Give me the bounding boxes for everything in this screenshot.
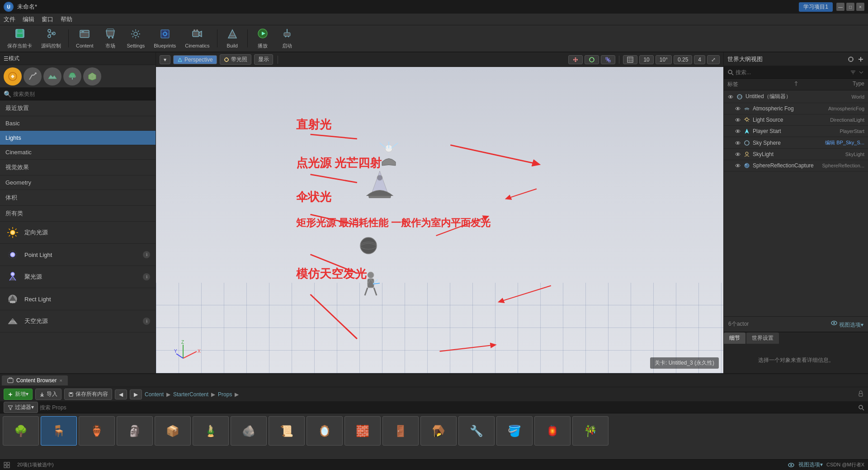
visibility-eye-icon-fog[interactable]	[735, 105, 741, 112]
visibility-eye-icon-sky[interactable]	[735, 140, 741, 146]
play-button[interactable]: 播放	[251, 26, 274, 51]
asset-thumb-5[interactable]: 🎍	[193, 416, 229, 446]
maximize-viewport-btn[interactable]: ⤢	[707, 55, 720, 64]
cat-recent[interactable]: 最近放置	[0, 100, 156, 116]
outliner-item-player-start[interactable]: Player Start PlayerStart	[724, 126, 868, 137]
world-settings-tab[interactable]: 世界设置	[746, 332, 779, 344]
asset-thumb-0[interactable]: 🌳	[3, 416, 39, 446]
outliner-expand-icon[interactable]	[858, 69, 864, 76]
content-browser-close-icon[interactable]: ×	[59, 378, 62, 383]
angle-input[interactable]: 10°	[656, 55, 672, 64]
grid-size-input[interactable]: 10	[639, 55, 653, 64]
visibility-eye-icon[interactable]	[727, 94, 734, 100]
visibility-eye-icon-skylight[interactable]	[735, 151, 741, 157]
lighting-btn[interactable]: 带光照	[220, 54, 251, 65]
scale-btn[interactable]	[601, 55, 615, 64]
cb-path-props[interactable]: Props	[218, 391, 232, 398]
show-btn[interactable]: 显示	[254, 54, 273, 65]
menu-file[interactable]: 文件	[4, 15, 15, 24]
source-control-button[interactable]: 源码控制	[38, 26, 65, 51]
details-tab[interactable]: 细节	[724, 332, 745, 344]
cat-cinematic[interactable]: Cinematic	[0, 145, 156, 160]
maximize-btn[interactable]: □	[846, 3, 854, 11]
outliner-type-sky-sphere[interactable]: 编辑 BP_Sky_S...	[825, 139, 864, 146]
content-button[interactable]: Content	[72, 27, 97, 50]
outliner-add-icon[interactable]	[857, 56, 864, 63]
asset-thumb-6[interactable]: 🪨	[231, 416, 267, 446]
viewport[interactable]: 直射光 点光源 光芒四射 伞状光 矩形光源 最消耗性能 一般作为室内平面发光 模…	[156, 67, 723, 373]
asset-thumb-4[interactable]: 📦	[155, 416, 191, 446]
icon-paint[interactable]	[24, 67, 42, 85]
outliner-search-input[interactable]	[736, 69, 848, 76]
content-browser-tab[interactable]: Content Browser ×	[2, 375, 68, 385]
scale-input[interactable]: 0.25	[674, 55, 692, 64]
view-options-status-label[interactable]: 视图选项▾	[798, 461, 823, 469]
cb-search-input[interactable]	[40, 404, 856, 411]
light-item-directional[interactable]: 定向光源	[0, 222, 156, 244]
new-asset-button[interactable]: 新增▾	[4, 389, 33, 400]
rotate-btn[interactable]	[585, 55, 599, 64]
cat-visual[interactable]: 视觉效果	[0, 160, 156, 176]
cat-lights[interactable]: Lights	[0, 131, 156, 145]
outliner-item-sky-light[interactable]: SkyLight SkyLight	[724, 149, 868, 160]
cb-lock-icon[interactable]	[857, 390, 864, 399]
save-button[interactable]: 保存当前卡	[4, 26, 36, 51]
cinematics-button[interactable]: Cinematics	[181, 27, 213, 50]
asset-thumb-10[interactable]: 🚪	[382, 416, 419, 446]
cb-path-starter[interactable]: StarterContent	[173, 391, 208, 398]
light-item-sky[interactable]: 天空光源 ℹ	[0, 310, 156, 332]
outliner-sort-icon[interactable]	[850, 69, 856, 76]
outliner-item-sky-sphere[interactable]: Sky Sphere 编辑 BP_Sky_S...	[724, 137, 868, 149]
launch-button[interactable]: 启动	[276, 26, 298, 51]
import-button[interactable]: 导入	[35, 389, 61, 400]
asset-thumb-13[interactable]: 🪣	[496, 416, 533, 446]
translate-btn[interactable]	[568, 55, 583, 64]
asset-thumb-3[interactable]: 🗿	[117, 416, 153, 446]
visibility-eye-icon-ps[interactable]	[735, 128, 741, 134]
outliner-item-sphere-reflect[interactable]: SphereReflectionCapture SphereReflection…	[724, 160, 868, 171]
cat-geometry[interactable]: Geometry	[0, 176, 156, 190]
study-btn[interactable]: 学习项目1	[799, 2, 833, 12]
cat-basic[interactable]: Basic	[0, 116, 156, 131]
view-options-btn[interactable]: 视图选项▾	[830, 319, 863, 329]
build-button[interactable]: Build	[221, 27, 244, 50]
asset-thumb-15[interactable]: 🎋	[572, 416, 609, 446]
view-options-status-icon[interactable]	[788, 461, 795, 469]
cat-volume[interactable]: 体积	[0, 190, 156, 206]
icon-place[interactable]	[4, 67, 22, 85]
search-input[interactable]	[13, 91, 152, 97]
asset-thumb-8[interactable]: 🪞	[307, 416, 343, 446]
minimize-btn[interactable]: —	[836, 3, 844, 11]
save-all-button[interactable]: 保存所有内容	[64, 389, 112, 400]
outliner-settings-icon[interactable]	[847, 56, 854, 63]
outliner-item-light-source[interactable]: Light Source DirectionalLight	[724, 114, 868, 126]
visibility-eye-icon-sr[interactable]	[735, 162, 741, 169]
view-num-btn[interactable]: 4	[694, 55, 705, 64]
outliner-item-untitled[interactable]: Untitled（编辑器） World	[724, 90, 868, 103]
asset-thumb-7[interactable]: 📜	[269, 416, 305, 446]
light-item-point[interactable]: Point Light ℹ	[0, 244, 156, 266]
perspective-btn[interactable]: Perspective	[173, 55, 217, 64]
close-btn[interactable]: ×	[856, 3, 864, 11]
nav-fwd-button[interactable]: ▶	[130, 389, 142, 399]
icon-geometry[interactable]	[83, 67, 101, 85]
asset-thumb-1[interactable]: 🪑	[41, 416, 77, 446]
filter-button[interactable]: 过滤器▾	[4, 402, 38, 413]
light-item-spot[interactable]: 聚光源 ℹ	[0, 266, 156, 288]
menu-edit[interactable]: 编辑	[23, 15, 34, 24]
grid-toggle-btn[interactable]	[623, 55, 637, 64]
asset-thumb-11[interactable]: 🪤	[420, 416, 457, 446]
cb-path-content[interactable]: Content	[145, 391, 164, 398]
asset-thumb-9[interactable]: 🧱	[344, 416, 381, 446]
blueprints-button[interactable]: Blueprints	[150, 27, 179, 50]
nav-back-button[interactable]: ◀	[115, 389, 127, 399]
visibility-eye-icon-light[interactable]	[735, 117, 741, 123]
menu-window[interactable]: 窗口	[42, 15, 53, 24]
icon-landscape[interactable]	[43, 67, 61, 85]
viewport-mode-btn[interactable]: ▾	[160, 55, 170, 64]
light-item-rect[interactable]: Rect Light	[0, 288, 156, 310]
asset-thumb-2[interactable]: 🏺	[79, 416, 115, 446]
asset-thumb-12[interactable]: 🔧	[458, 416, 495, 446]
menu-help[interactable]: 帮助	[61, 15, 72, 24]
icon-foliage[interactable]	[63, 67, 81, 85]
